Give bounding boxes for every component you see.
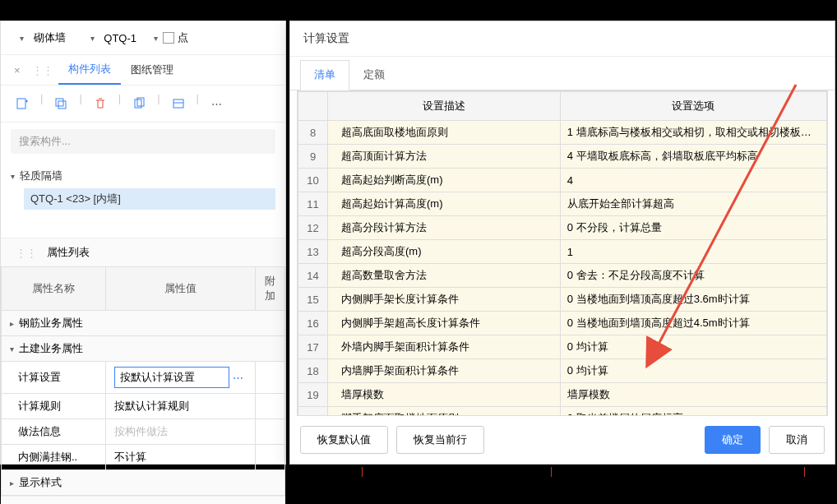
row-opt[interactable]: 1 bbox=[560, 240, 826, 264]
settings-row[interactable]: 14 超高数量取舍方法 0 舍去：不足分段高度不计算 bbox=[298, 264, 827, 288]
new-icon[interactable] bbox=[11, 92, 34, 115]
checkbox-label: 点 bbox=[178, 30, 188, 45]
row-number: 8 bbox=[298, 121, 328, 145]
row-opt[interactable]: 0 当楼地面到墙顶高度超过4.5m时计算 bbox=[560, 312, 826, 335]
attr-group-rebar[interactable]: ▸钢筋业务属性 bbox=[2, 311, 285, 336]
settings-row[interactable]: 17 外墙内脚手架面积计算条件 0 均计算 bbox=[298, 335, 827, 359]
chevron-right-icon: ▸ bbox=[10, 319, 14, 328]
chevron-down-icon: ▾ bbox=[10, 344, 14, 354]
row-desc: 超高顶面计算方法 bbox=[328, 145, 561, 169]
search-input[interactable]: 搜索构件... bbox=[11, 129, 275, 154]
settings-row[interactable]: 18 内墙脚手架面积计算条件 0 均计算 bbox=[298, 359, 827, 383]
tab-quota[interactable]: 定额 bbox=[349, 60, 399, 90]
row-opt[interactable]: 0 均计算 bbox=[560, 359, 826, 383]
layer-icon[interactable] bbox=[167, 92, 190, 115]
layer-panel-header[interactable]: ⋮⋮ 图层管理 bbox=[1, 496, 285, 504]
duplicate-icon[interactable] bbox=[127, 92, 150, 115]
row-desc: 超高分段计算方法 bbox=[328, 216, 561, 240]
drag-handle-icon: ⋮⋮ bbox=[11, 247, 42, 259]
row-opt[interactable]: 从底开始全部计算超高 bbox=[560, 192, 826, 216]
chevron-down-icon: ▾ bbox=[20, 34, 24, 43]
svg-rect-4 bbox=[58, 101, 66, 109]
chevron-down-icon: ▾ bbox=[90, 34, 95, 43]
row-desc: 外墙内脚手架面积计算条件 bbox=[328, 335, 561, 359]
row-number: 16 bbox=[298, 312, 328, 335]
component-type-dropdown[interactable]: ▾ 砌体墙 bbox=[7, 26, 73, 49]
dialog-title: 计算设置 bbox=[290, 21, 835, 57]
ok-button[interactable]: 确定 bbox=[705, 426, 761, 454]
tab-bar: × ⋮⋮ 构件列表 图纸管理 bbox=[1, 55, 285, 86]
row-desc: 脚手架底面取楼地面原则 bbox=[328, 407, 561, 417]
row-opt[interactable]: 0 舍去：不足分段高度不计算 bbox=[560, 264, 826, 288]
attr-row-method[interactable]: 做法信息 按构件做法 bbox=[2, 419, 285, 445]
row-opt[interactable]: 1 墙底标高与楼板相交或相切，取相交或相切楼板顶标高高的板 bbox=[560, 121, 826, 145]
row-number: 14 bbox=[298, 264, 328, 288]
attr-group-display[interactable]: ▸显示样式 bbox=[2, 470, 285, 496]
settings-row[interactable]: 13 超高分段高度(m) 1 bbox=[298, 240, 827, 264]
panel-title: 属性列表 bbox=[47, 245, 90, 260]
chevron-down-icon[interactable]: ▾ bbox=[154, 34, 158, 43]
row-desc: 内侧脚手架长度计算条件 bbox=[328, 288, 561, 312]
attr-panel-header[interactable]: ⋮⋮ 属性列表 bbox=[1, 238, 285, 266]
col-header-num bbox=[298, 92, 328, 121]
tab-component-list[interactable]: 构件列表 bbox=[58, 55, 121, 85]
chevron-right-icon: ▸ bbox=[10, 479, 14, 488]
tab-drawing-mgmt[interactable]: 图纸管理 bbox=[121, 56, 183, 84]
settings-row[interactable]: 10 超高起始判断高度(m) 4 bbox=[298, 169, 827, 192]
row-number: 19 bbox=[298, 383, 328, 407]
ruler-marks bbox=[312, 467, 822, 492]
chevron-down-icon: ▾ bbox=[11, 172, 15, 181]
copy-icon[interactable] bbox=[49, 92, 72, 115]
more-icon[interactable]: ⋯ bbox=[206, 92, 229, 115]
component-toolbar: | | | | | ⋯ bbox=[1, 86, 285, 123]
attr-row-inner-mesh[interactable]: 内侧满挂钢.. 不计算 bbox=[2, 445, 285, 470]
row-opt[interactable]: 0 不分段，计算总量 bbox=[560, 216, 826, 240]
restore-row-button[interactable]: 恢复当前行 bbox=[396, 426, 484, 454]
tab-bill[interactable]: 清单 bbox=[300, 60, 349, 90]
settings-row[interactable]: 20 脚手架底面取楼地面原则 0 取当前楼层的层底标高 bbox=[298, 407, 827, 417]
row-opt[interactable]: 4 平墙取板底标高，斜墙取板底平均标高 bbox=[560, 145, 826, 169]
attr-row-calc-rules[interactable]: 计算规则 按默认计算规则 bbox=[2, 394, 285, 419]
col-header-opt: 设置选项 bbox=[560, 92, 826, 121]
attr-group-civil[interactable]: ▾土建业务属性 bbox=[2, 336, 285, 362]
svg-rect-7 bbox=[173, 99, 183, 108]
row-number: 15 bbox=[298, 288, 328, 312]
calculation-settings-dialog: 计算设置 清单 定额 设置描述 设置选项 8 超高底面取楼地面原则 1 墙底标高… bbox=[289, 21, 835, 465]
settings-row[interactable]: 15 内侧脚手架长度计算条件 0 当楼地面到墙顶高度超过3.6m时计算 bbox=[298, 288, 827, 312]
row-desc: 超高分段高度(m) bbox=[328, 240, 561, 264]
cancel-button[interactable]: 取消 bbox=[769, 426, 825, 454]
row-opt[interactable]: 0 当楼地面到墙顶高度超过3.6m时计算 bbox=[560, 288, 826, 312]
tree-item-selected[interactable]: QTQ-1 <23> [内墙] bbox=[24, 188, 275, 210]
settings-row[interactable]: 9 超高顶面计算方法 4 平墙取板底标高，斜墙取板底平均标高 bbox=[298, 145, 827, 169]
row-desc: 超高底面取楼地面原则 bbox=[328, 121, 561, 145]
drag-handle-icon[interactable]: ⋮⋮ bbox=[27, 64, 58, 76]
component-tree: ▾ 轻质隔墙 QTQ-1 <23> [内墙] bbox=[1, 160, 285, 213]
close-icon[interactable]: × bbox=[7, 61, 27, 80]
col-header-extra: 附加 bbox=[256, 267, 285, 311]
component-instance-dropdown[interactable]: ▾ QTQ-1 bbox=[78, 28, 144, 49]
point-checkbox-item[interactable]: 点 bbox=[163, 30, 188, 45]
row-desc: 超高起始判断高度(m) bbox=[328, 169, 561, 192]
tree-group-label: 轻质隔墙 bbox=[20, 169, 62, 183]
settings-row[interactable]: 19 墙厚模数 墙厚模数 bbox=[298, 383, 827, 407]
main-panel: ▾ 砌体墙 ▾ QTQ-1 ▾ 点 × ⋮⋮ 构件列表 图纸管理 | | | bbox=[0, 21, 286, 465]
settings-row[interactable]: 16 内侧脚手架超高长度计算条件 0 当楼地面到墙顶高度超过4.5m时计算 bbox=[298, 312, 827, 335]
restore-default-button[interactable]: 恢复默认值 bbox=[300, 426, 388, 454]
settings-row[interactable]: 8 超高底面取楼地面原则 1 墙底标高与楼板相交或相切，取相交或相切楼板顶标高高… bbox=[298, 121, 827, 145]
row-opt[interactable]: 0 取当前楼层的层底标高 bbox=[560, 407, 826, 417]
ellipsis-button[interactable]: ⋯ bbox=[229, 372, 247, 384]
checkbox-icon bbox=[163, 32, 174, 44]
row-desc: 墙厚模数 bbox=[328, 383, 561, 407]
row-number: 13 bbox=[298, 240, 328, 264]
row-opt[interactable]: 0 均计算 bbox=[560, 335, 826, 359]
row-number: 18 bbox=[298, 359, 328, 383]
attr-row-calc-settings[interactable]: 计算设置 按默认计算设置⋯ bbox=[2, 362, 285, 394]
row-desc: 内侧脚手架超高长度计算条件 bbox=[328, 312, 561, 335]
settings-row[interactable]: 12 超高分段计算方法 0 不分段，计算总量 bbox=[298, 216, 827, 240]
tree-group[interactable]: ▾ 轻质隔墙 bbox=[11, 164, 275, 188]
row-opt[interactable]: 墙厚模数 bbox=[560, 383, 826, 407]
settings-row[interactable]: 11 超高起始计算高度(m) 从底开始全部计算超高 bbox=[298, 192, 827, 216]
row-number: 17 bbox=[298, 335, 328, 359]
delete-icon[interactable] bbox=[89, 92, 112, 115]
row-opt[interactable]: 4 bbox=[560, 169, 826, 192]
